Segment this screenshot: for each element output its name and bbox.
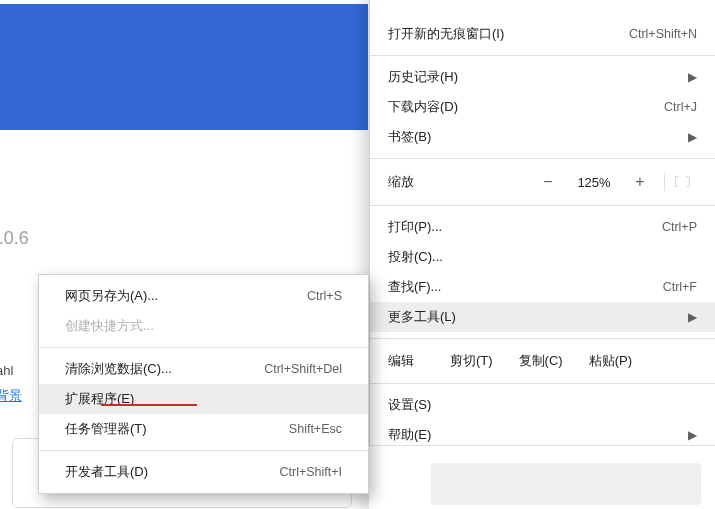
menu-accel: Ctrl+J	[607, 100, 697, 114]
zoom-label: 缩放	[388, 173, 444, 191]
menu-item-downloads[interactable]: 下载内容(D) Ctrl+J	[370, 92, 715, 122]
menu-label: 下载内容(D)	[388, 98, 458, 116]
edit-copy-button[interactable]: 复制(C)	[519, 352, 563, 370]
zoom-in-button[interactable]: +	[622, 173, 658, 191]
menu-separator	[370, 383, 715, 384]
chevron-right-icon: ▶	[678, 428, 697, 442]
chevron-right-icon: ▶	[678, 70, 697, 84]
menu-separator	[39, 347, 368, 348]
page-scroll-area	[431, 463, 701, 505]
menu-item-print[interactable]: 打印(P)... Ctrl+P	[370, 212, 715, 242]
menu-item-find[interactable]: 查找(F)... Ctrl+F	[370, 272, 715, 302]
zoom-percent: 125%	[566, 175, 622, 190]
submenu-item-extensions[interactable]: 扩展程序(E)	[39, 384, 368, 414]
edit-label: 编辑	[388, 352, 424, 370]
submenu-item-clear-data[interactable]: 清除浏览数据(C)... Ctrl+Shift+Del	[39, 354, 368, 384]
menu-separator	[370, 205, 715, 206]
chevron-right-icon: ▶	[678, 310, 697, 324]
menu-label: 打开新的无痕窗口(I)	[388, 25, 504, 43]
menu-separator	[370, 158, 715, 159]
menu-label: 书签(B)	[388, 128, 431, 146]
menu-item-settings[interactable]: 设置(S)	[370, 390, 715, 420]
extension-version: 1.0.6	[0, 228, 29, 249]
menu-label: 更多工具(L)	[388, 308, 456, 326]
zoom-out-button[interactable]: −	[530, 173, 566, 191]
submenu-item-create-shortcut: 创建快捷方式...	[39, 311, 368, 341]
menu-item-partial-top[interactable]	[370, 3, 715, 19]
menu-separator	[39, 450, 368, 451]
extension-title-row: er Awesome 1.0.6	[0, 228, 29, 249]
page-header-bar	[0, 0, 368, 130]
menu-label: 投射(C)...	[388, 248, 443, 266]
submenu-item-task-manager[interactable]: 任务管理器(T) Shift+Esc	[39, 414, 368, 444]
menu-item-edit: 编辑 剪切(T) 复制(C) 粘贴(P)	[370, 345, 715, 377]
menu-item-history[interactable]: 历史记录(H) ▶	[370, 62, 715, 92]
menu-label: 历史记录(H)	[388, 68, 458, 86]
menu-separator	[370, 55, 715, 56]
menu-label: 查找(F)...	[388, 278, 441, 296]
menu-item-cast[interactable]: 投射(C)...	[370, 242, 715, 272]
menu-label: 帮助(E)	[388, 426, 431, 444]
zoom-divider	[664, 173, 665, 191]
menu-accel: Ctrl+F	[607, 280, 697, 294]
annotation-underline	[101, 404, 197, 406]
more-tools-submenu: 网页另存为(A)... Ctrl+S 创建快捷方式... 清除浏览数据(C)..…	[38, 274, 369, 494]
submenu-item-save-as[interactable]: 网页另存为(A)... Ctrl+S	[39, 281, 368, 311]
chevron-right-icon: ▶	[678, 130, 697, 144]
menu-label: 打印(P)...	[388, 218, 442, 236]
menu-item-bookmarks[interactable]: 书签(B) ▶	[370, 122, 715, 152]
menu-item-zoom: 缩放 − 125% + ┌ ┐└ ┘	[370, 165, 715, 199]
edit-paste-button[interactable]: 粘贴(P)	[589, 352, 632, 370]
submenu-item-dev-tools[interactable]: 开发者工具(D) Ctrl+Shift+I	[39, 457, 368, 487]
extension-id-fragment: ahl	[0, 363, 13, 378]
chrome-main-menu: 打开新的无痕窗口(I) Ctrl+Shift+N 历史记录(H) ▶ 下载内容(…	[369, 0, 715, 509]
edit-cut-button[interactable]: 剪切(T)	[450, 352, 493, 370]
menu-accel: Ctrl+Shift+N	[607, 27, 697, 41]
menu-item-more-tools[interactable]: 更多工具(L) ▶	[370, 302, 715, 332]
fullscreen-icon[interactable]: ┌ ┐└ ┘	[671, 172, 697, 192]
menu-separator	[370, 338, 715, 339]
menu-item-incognito[interactable]: 打开新的无痕窗口(I) Ctrl+Shift+N	[370, 19, 715, 49]
menu-accel: Ctrl+P	[607, 220, 697, 234]
menu-label: 设置(S)	[388, 396, 431, 414]
inspect-view-link[interactable]: 背景	[0, 387, 22, 405]
